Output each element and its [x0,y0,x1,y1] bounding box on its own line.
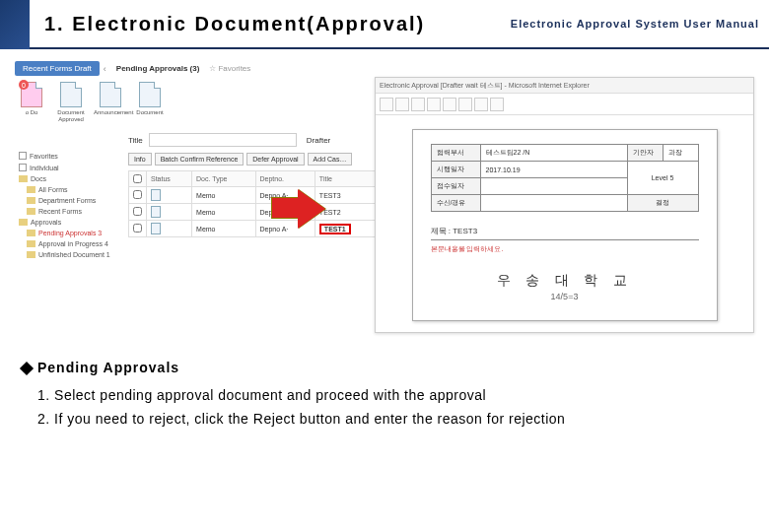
manual-label: Electronic Approval System User Manual [511,18,759,30]
folder-icon [27,230,35,236]
sidebar-item-unfinished[interactable]: Unfinished Document 1 [15,249,123,260]
document-icon [100,82,121,107]
select-all-checkbox[interactable] [133,174,142,183]
toolbar-button[interactable] [395,98,409,111]
table-row[interactable]: Memo Depno A· TEST1 [129,221,380,237]
document-icon [151,223,161,234]
doc-shortcut-1[interactable]: Document Approved [54,82,88,123]
sidebar-item-recent-forms[interactable]: Recent Forms [15,206,123,217]
form-label: 협력부서 [431,145,480,162]
form-label: 접수일자 [431,178,480,195]
preview-toolbar [376,94,753,115]
doc-title-line: 제목 : TEST3 [431,226,699,236]
document-icon [60,82,82,107]
sidebar-item-docs[interactable]: Docs [15,173,123,184]
form-value: 2017.10.19 [480,162,627,178]
form-label: 기안자 [627,145,663,162]
folder-icon [19,175,28,182]
arrow-icon [271,197,299,219]
quick-docs-row: 0 o Do Document Approved Announcement Do… [15,82,380,123]
row-checkbox[interactable] [133,224,142,233]
folder-icon [27,251,35,258]
form-value [480,178,627,195]
page-header: 1. Electronic Document(Approval) Electro… [0,0,769,49]
doc-shortcut-3[interactable]: Document [133,82,167,116]
instruction-step-1: 1. Select pending approval document and … [37,387,751,403]
university-name: 우 송 대 학 교 [431,272,699,290]
document-icon [151,206,161,218]
folder-icon [27,197,35,204]
col-title: Title [315,171,379,187]
pending-approvals-table: Status Doc. Type Deptno. Title Memo Depn… [128,170,380,237]
toolbar-button[interactable] [490,98,504,111]
batch-confirm-button[interactable]: Batch Confirm Reference [155,153,245,166]
action-toolbar: Info Batch Confirm Reference Defer Appro… [128,153,380,166]
defer-approval-button[interactable]: Defer Approval [246,153,304,166]
folder-icon [27,240,35,247]
sidebar-item-approval-progress[interactable]: Approval in Progress 4 [15,238,123,249]
folder-icon [27,186,35,193]
document-page: 협력부서 테스트팀22 /N 기안자 과장 시행일자 2017.10.19 Le… [412,129,718,321]
favorites-toggle[interactable]: ☆Favorites [209,64,250,73]
toolbar-button[interactable] [411,98,425,111]
title-search-input[interactable] [149,133,297,147]
form-value: 테스트팀22 /N [480,145,627,162]
toolbar-button[interactable] [380,98,393,111]
collapse-arrow-icon[interactable]: ‹ [104,64,106,74]
body-placeholder-note: 본문내용을 입력하세요. [431,244,699,254]
form-label: 수신/경유 [431,195,480,212]
window-title: Electronic Approval [Drafter wait 테스트] -… [380,81,590,91]
preview-titlebar: Electronic Approval [Drafter wait 테스트] -… [376,78,753,94]
document-icon [139,82,161,107]
instructions-section: Pending Approvals 1. Select pending appr… [22,360,751,434]
document-icon [151,189,161,201]
slide-indicator: 14/5=3 [431,292,699,301]
sidebar-item-all-forms[interactable]: All Forms [15,184,123,195]
table-row[interactable]: Memo Depno A· TEST2 [129,204,380,221]
star-icon: ☆ [209,64,216,73]
instruction-step-2: 2. If you need to reject, click the Reje… [37,411,751,427]
add-cas-button[interactable]: Add Cas… [308,153,353,166]
form-label: 결정 [627,195,698,212]
folder-icon [27,208,35,215]
page-title: 1. Electronic Document(Approval) [44,13,425,35]
drafter-label: Drafter [307,136,330,145]
instructions-heading: Pending Approvals [22,360,751,375]
row-checkbox[interactable] [133,207,142,216]
toolbar-button[interactable] [443,98,456,111]
folder-icon [19,219,28,226]
row-checkbox[interactable] [133,190,142,199]
sidebar-item-pending-approvals[interactable]: Pending Approvals 3 [15,228,123,238]
col-status: Status [147,171,192,187]
recent-forms-draft-button[interactable]: Recent Forms Draft [15,61,100,76]
document-icon: 0 [21,82,42,107]
info-button[interactable]: Info [128,153,152,166]
sidebar-item-dept-forms[interactable]: Department Forms [15,195,123,206]
box-icon [19,152,27,160]
arrow-head-icon [298,189,325,229]
todo-doc-shortcut[interactable]: 0 o Do [15,82,48,116]
col-deptno: Deptno. [255,171,315,187]
col-doctype: Doc. Type [192,171,255,187]
toolbar-button[interactable] [474,98,488,111]
toolbar-button[interactable] [427,98,441,111]
table-row[interactable]: Memo Depno A· TEST3 [129,187,380,204]
form-value [480,195,627,212]
sidebar-item-approvals[interactable]: Approvals [15,217,123,228]
form-value: 과장 [663,145,698,162]
doc-shortcut-2[interactable]: Announcement [94,82,127,116]
sidebar-item-favorites[interactable]: Favorites [15,150,123,162]
approval-form-table: 협력부서 테스트팀22 /N 기안자 과장 시행일자 2017.10.19 Le… [431,144,699,212]
form-label: 시행일자 [431,162,480,178]
badge-count: 0 [19,80,29,90]
diamond-icon [20,362,34,375]
title-label: Title [128,136,143,145]
pending-approvals-heading: Pending Approvals (3) [116,64,200,73]
nav-sidebar: Favorites Individual Docs All Forms Depa… [15,150,123,260]
form-value: Level 5 [627,162,698,195]
document-preview-window: Electronic Approval [Drafter wait 테스트] -… [375,77,754,333]
sidebar-item-individual[interactable]: Individual [15,162,123,173]
box-icon [19,164,27,171]
toolbar-button[interactable] [458,98,472,111]
